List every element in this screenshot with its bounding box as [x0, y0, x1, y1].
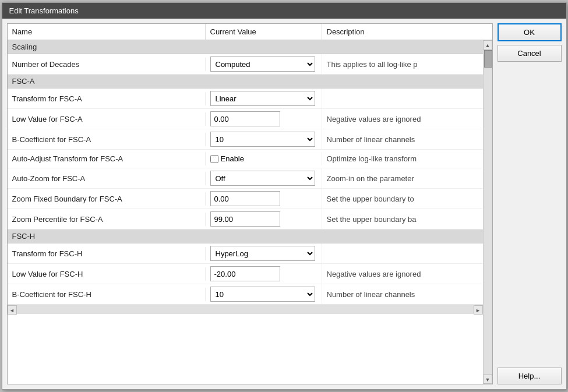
value-text-input[interactable]	[210, 211, 280, 227]
value-text-input[interactable]	[210, 191, 280, 206]
checkbox-label[interactable]: Enable	[210, 154, 244, 163]
dialog-content: Name Current Value Description ScalingNu…	[2, 19, 566, 389]
row-name-cell: Auto-Adjust Transform for FSC-A	[8, 152, 206, 165]
row-name-cell: Low Value for FSC-H	[8, 267, 206, 281]
main-table-panel: Name Current Value Description ScalingNu…	[7, 23, 493, 384]
checkbox-text: Enable	[221, 154, 244, 163]
row-value-cell[interactable]: LinearLogarithmicHyperLogBiexponential	[206, 243, 322, 263]
row-name-cell: B-Coefficient for FSC-H	[8, 288, 206, 301]
section-label: FSC-H	[8, 229, 483, 243]
value-dropdown[interactable]: 1025610244096	[210, 287, 315, 302]
vertical-scrollbar[interactable]: ▲ ▼	[483, 40, 492, 384]
scroll-left-arrow[interactable]: ◄	[8, 305, 17, 315]
row-desc-cell: This applies to all log-like p	[322, 58, 483, 71]
col-name-header: Name	[8, 24, 206, 40]
table-row: Number of DecadesComputed12345This appli…	[8, 54, 483, 75]
cancel-button[interactable]: Cancel	[498, 45, 562, 62]
scroll-down-arrow[interactable]: ▼	[483, 375, 492, 384]
horizontal-scrollbar[interactable]: ◄ ►	[8, 305, 483, 314]
col-value-header: Current Value	[206, 24, 322, 40]
row-value-cell[interactable]: Enable	[206, 152, 322, 165]
value-text-input[interactable]	[210, 266, 280, 281]
row-desc-cell: Negative values are ignored	[322, 112, 483, 126]
table-row: Auto-Zoom for FSC-AOffOnZoom-in on the p…	[8, 168, 483, 189]
row-desc-cell: Set the upper boundary to	[322, 192, 483, 206]
table-row: Zoom Percentile for FSC-ASet the upper b…	[8, 209, 483, 229]
row-desc-cell	[322, 96, 483, 101]
section-header-scaling: Scaling	[8, 40, 483, 54]
section-label: Scaling	[8, 40, 483, 54]
row-value-cell[interactable]: LinearLogarithmicHyperLogBiexponential	[206, 89, 322, 108]
row-name-cell: Transform for FSC-H	[8, 247, 206, 260]
table-row: B-Coefficient for FSC-H1025610244096Numb…	[8, 284, 483, 305]
scroll-right-arrow[interactable]: ►	[474, 305, 483, 315]
scroll-wrapper: ScalingNumber of DecadesComputed12345Thi…	[8, 40, 492, 384]
value-dropdown[interactable]: LinearLogarithmicHyperLogBiexponential	[210, 246, 315, 261]
row-desc-cell: Zoom-in on the parameter	[322, 172, 483, 185]
table-row: Transform for FSC-HLinearLogarithmicHype…	[8, 243, 483, 264]
row-value-cell[interactable]	[206, 109, 322, 129]
row-name-cell: Zoom Percentile for FSC-A	[8, 213, 206, 226]
row-value-cell[interactable]: 1025610244096	[206, 129, 322, 149]
value-dropdown[interactable]: 1025610244096	[210, 132, 315, 147]
value-checkbox[interactable]	[210, 155, 218, 163]
table-row: Low Value for FSC-ANegative values are i…	[8, 109, 483, 129]
h-scroll-track[interactable]	[17, 305, 474, 314]
row-desc-cell	[322, 251, 483, 256]
scroll-up-arrow[interactable]: ▲	[483, 40, 492, 50]
section-label: FSC-A	[8, 75, 483, 88]
row-name-cell: Zoom Fixed Boundary for FSC-A	[8, 192, 206, 206]
value-dropdown[interactable]: Computed12345	[210, 56, 315, 72]
table-row: B-Coefficient for FSC-A1025610244096Numb…	[8, 129, 483, 150]
table-row: Zoom Fixed Boundary for FSC-ASet the upp…	[8, 189, 483, 209]
table-row: Low Value for FSC-HNegative values are i…	[8, 264, 483, 284]
help-button[interactable]: Help...	[498, 368, 562, 384]
row-desc-cell: Negative values are ignored	[322, 267, 483, 281]
row-value-cell[interactable]	[206, 209, 322, 229]
row-desc-cell: Optimize log-like transform	[322, 152, 483, 165]
table-body[interactable]: ScalingNumber of DecadesComputed12345Thi…	[8, 40, 483, 305]
row-value-cell[interactable]	[206, 264, 322, 284]
row-desc-cell: Number of linear channels	[322, 133, 483, 146]
table-row: Transform for FSC-ALinearLogarithmicHype…	[8, 89, 483, 109]
row-value-cell[interactable]: 1025610244096	[206, 284, 322, 304]
col-desc-header: Description	[322, 24, 483, 40]
edit-transformations-dialog: Edit Transformations Name Current Value …	[2, 2, 567, 390]
ok-button[interactable]: OK	[498, 23, 562, 41]
value-dropdown[interactable]: OffOn	[210, 171, 315, 186]
v-scroll-thumb[interactable]	[484, 50, 492, 68]
row-desc-cell: Number of linear channels	[322, 288, 483, 301]
row-name-cell: B-Coefficient for FSC-A	[8, 133, 206, 146]
value-dropdown[interactable]: LinearLogarithmicHyperLogBiexponential	[210, 91, 315, 106]
table-header: Name Current Value Description	[8, 24, 492, 40]
section-header-fsc-a: FSC-A	[8, 75, 483, 89]
v-scroll-track	[484, 50, 492, 375]
table-content: ScalingNumber of DecadesComputed12345Thi…	[8, 40, 483, 384]
row-name-cell: Low Value for FSC-A	[8, 112, 206, 126]
value-text-input[interactable]	[210, 111, 280, 126]
row-name-cell: Transform for FSC-A	[8, 92, 206, 105]
sidebar-buttons: OK Cancel Help...	[498, 23, 562, 384]
dialog-title: Edit Transformations	[2, 3, 566, 19]
row-name-cell: Number of Decades	[8, 58, 206, 71]
row-name-cell: Auto-Zoom for FSC-A	[8, 172, 206, 185]
section-header-fsc-h: FSC-H	[8, 229, 483, 243]
table-row: Auto-Adjust Transform for FSC-AEnableOpt…	[8, 150, 483, 168]
row-desc-cell: Set the upper boundary ba	[322, 213, 483, 226]
row-value-cell[interactable]: Computed12345	[206, 54, 322, 74]
row-value-cell[interactable]	[206, 189, 322, 209]
row-value-cell[interactable]: OffOn	[206, 168, 322, 188]
